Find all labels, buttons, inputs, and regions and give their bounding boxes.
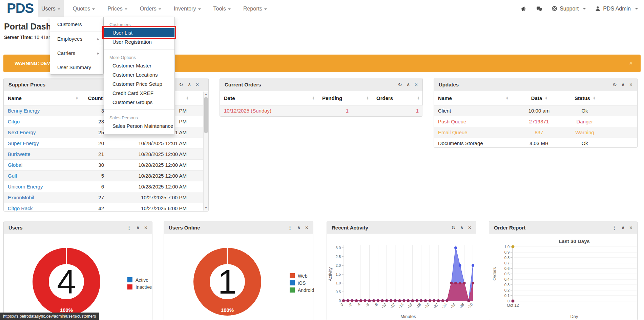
table-scrollbar[interactable]: ▴ ▾ bbox=[203, 92, 208, 211]
menu-item-user-summary[interactable]: User Summary bbox=[50, 60, 103, 74]
close-icon[interactable]: × bbox=[144, 225, 147, 230]
submenu-item-credit-card-xref[interactable]: Credit Card XREF bbox=[104, 88, 174, 98]
supplier-name-link[interactable]: Burkwette bbox=[8, 151, 30, 157]
recent-activity-chart: 00.51.01.52.02.53.00-2-4-6-8-10-12-14-16… bbox=[327, 234, 476, 320]
column-header-data[interactable]: Data▴▾ bbox=[512, 91, 566, 105]
users-count: 4 bbox=[57, 265, 76, 299]
caret-down-icon bbox=[264, 8, 267, 10]
svg-text:Day: Day bbox=[570, 314, 578, 319]
submenu-item-customer-locations[interactable]: Customer Locations bbox=[104, 70, 174, 79]
submenu-item-customer-groups[interactable]: Customer Groups bbox=[104, 98, 174, 107]
close-icon[interactable]: × bbox=[196, 82, 199, 87]
supplier-row: Burkwette2110/28/2025 12:00 AM bbox=[4, 149, 208, 160]
legend-item-android: Android bbox=[290, 286, 314, 294]
nav-item-prices[interactable]: Prices bbox=[104, 0, 130, 17]
svg-text:Activity: Activity bbox=[328, 267, 333, 281]
svg-text:0.2: 0.2 bbox=[504, 288, 510, 292]
svg-text:-22: -22 bbox=[432, 302, 439, 309]
supplier-name-link[interactable]: ExxonMobil bbox=[8, 195, 34, 200]
supplier-name-link[interactable]: Benny Energy bbox=[8, 108, 40, 114]
kebab-icon[interactable]: ⋮ bbox=[288, 225, 293, 230]
collapse-icon[interactable]: ∧ bbox=[622, 225, 625, 230]
order-date-link[interactable]: 10/12/2025 (Sunday) bbox=[224, 108, 271, 114]
submenu-item-user-list[interactable]: User List bbox=[104, 28, 174, 37]
close-icon[interactable]: × bbox=[305, 225, 308, 230]
collapse-icon[interactable]: ∧ bbox=[188, 82, 191, 87]
order-report-panel: Order Report ⋮∧× Last 30 Days00.10.20.30… bbox=[489, 221, 638, 320]
refresh-icon[interactable]: ↻ bbox=[398, 82, 402, 87]
sort-icon: ▴▾ bbox=[187, 97, 188, 100]
supplier-name-link[interactable]: Citgo Rack bbox=[8, 205, 33, 211]
sort-icon: ▴▾ bbox=[313, 97, 314, 100]
announcements-button[interactable] bbox=[520, 6, 527, 12]
column-header-pending[interactable]: Pending▴▾ bbox=[318, 91, 372, 105]
menu-item-customers[interactable]: Customers bbox=[50, 17, 103, 32]
refresh-icon[interactable]: ↻ bbox=[612, 82, 617, 87]
collapse-icon[interactable]: ∧ bbox=[137, 225, 140, 230]
column-header-name[interactable]: Name▴▾ bbox=[4, 91, 82, 105]
close-icon[interactable]: × bbox=[415, 82, 418, 87]
nav-item-inventory[interactable]: Inventory bbox=[170, 0, 204, 17]
menu-item-label: Customers bbox=[57, 21, 82, 27]
supplier-name-link[interactable]: Citgo bbox=[8, 119, 20, 124]
panel-title: Users bbox=[8, 225, 23, 231]
column-header-label: Status bbox=[575, 95, 590, 101]
column-header-name[interactable]: Name▴▾ bbox=[434, 91, 512, 105]
collapse-icon[interactable]: ∧ bbox=[622, 82, 625, 87]
submenu-item-customer-master[interactable]: Customer Master bbox=[104, 61, 174, 70]
supplier-name-link[interactable]: Next Energy bbox=[8, 129, 36, 135]
nav-item-quotes[interactable]: Quotes bbox=[69, 0, 99, 17]
supplier-name-link[interactable]: Unicorn Energy bbox=[8, 184, 43, 189]
supplier-name-link[interactable]: Gulf bbox=[8, 173, 17, 179]
supplier-name-link[interactable]: Global bbox=[8, 162, 22, 168]
column-header-status[interactable]: Status▴▾ bbox=[566, 91, 603, 105]
svg-text:2.0: 2.0 bbox=[336, 263, 341, 267]
panel-title: Recent Activity bbox=[332, 225, 368, 231]
menu-item-employees[interactable]: Employees▸ bbox=[50, 32, 103, 46]
server-time: Server Time: 10:41am E bbox=[4, 35, 57, 40]
kebab-icon[interactable]: ⋮ bbox=[127, 225, 132, 230]
close-icon[interactable]: × bbox=[629, 225, 632, 230]
submenu-item-customer-price-setup[interactable]: Customer Price Setup bbox=[104, 79, 174, 88]
submenu-item-user-registration[interactable]: User Registration bbox=[104, 37, 174, 46]
pds-logo[interactable]: PDS bbox=[7, 0, 34, 17]
scroll-down-icon[interactable]: ▾ bbox=[204, 205, 208, 211]
refresh-icon[interactable]: ↻ bbox=[451, 225, 456, 230]
collapse-icon[interactable]: ∧ bbox=[297, 225, 300, 230]
users-panel: Users ⋮∧× 4 100% ActiveInactive bbox=[3, 221, 152, 320]
refresh-icon[interactable]: ↻ bbox=[179, 82, 183, 87]
messages-button[interactable] bbox=[536, 6, 542, 12]
nav-item-reports[interactable]: Reports bbox=[240, 0, 270, 17]
collapse-icon[interactable]: ∧ bbox=[407, 82, 410, 87]
menu-item-carriers[interactable]: Carriers▸ bbox=[50, 46, 103, 60]
current-order-row: 10/12/2025 (Sunday)11 bbox=[220, 105, 423, 116]
supplier-count: 42 bbox=[82, 203, 111, 214]
megaphone-icon bbox=[520, 6, 527, 12]
collapse-icon[interactable]: ∧ bbox=[460, 225, 463, 230]
svg-text:-16: -16 bbox=[406, 302, 413, 309]
update-name: Push Queue bbox=[434, 116, 512, 127]
panel-title: Supplier Prices bbox=[8, 82, 45, 87]
close-icon[interactable]: × bbox=[629, 82, 632, 87]
close-icon[interactable]: × bbox=[468, 225, 471, 230]
account-dropdown[interactable]: PDS Admin bbox=[595, 6, 638, 12]
users-online-donut-chart: 1 100% bbox=[193, 248, 261, 316]
svg-text:0: 0 bbox=[340, 302, 344, 307]
nav-item-users[interactable]: Users bbox=[38, 0, 64, 17]
column-header-orders[interactable]: Orders▴▾ bbox=[372, 91, 423, 105]
supplier-count: 6 bbox=[82, 181, 111, 192]
svg-text:-10: -10 bbox=[380, 302, 387, 309]
scroll-up-icon[interactable]: ▴ bbox=[204, 92, 208, 97]
supplier-name-link[interactable]: Super Energy bbox=[8, 140, 39, 146]
column-header-date[interactable]: Date▴▾ bbox=[220, 91, 318, 105]
support-dropdown[interactable]: Support bbox=[552, 6, 586, 12]
panel-icons: ↻∧× bbox=[179, 82, 204, 87]
nav-item-tools[interactable]: Tools bbox=[210, 0, 234, 17]
nav-item-orders[interactable]: Orders bbox=[137, 0, 165, 17]
update-row: Email Queue837Warning bbox=[434, 127, 637, 138]
nav-item-label: Users bbox=[41, 6, 56, 12]
scrollbar-thumb[interactable] bbox=[204, 97, 208, 133]
kebab-icon[interactable]: ⋮ bbox=[612, 225, 617, 230]
submenu-item-sales-person-maintenance[interactable]: Sales Person Maintenance bbox=[104, 121, 174, 131]
banner-close-icon[interactable]: × bbox=[629, 55, 632, 72]
